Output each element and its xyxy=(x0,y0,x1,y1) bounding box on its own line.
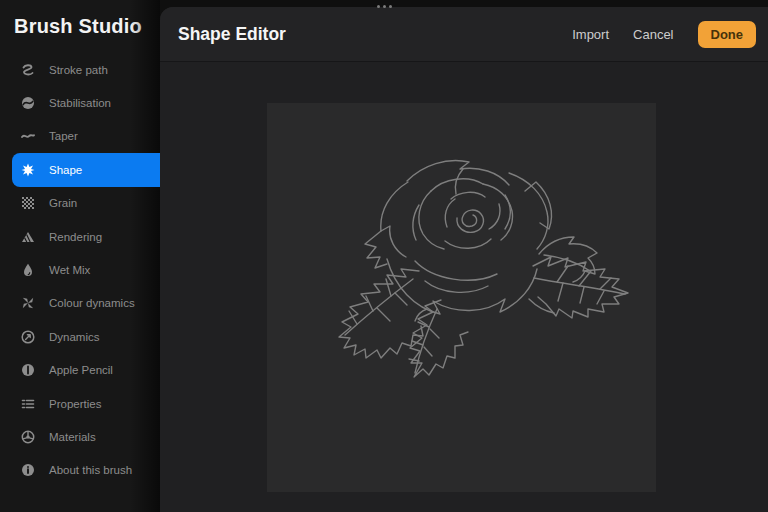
import-button[interactable]: Import xyxy=(572,27,609,42)
sidebar-item-wet-mix[interactable]: Wet Mix xyxy=(12,253,160,286)
sidebar-item-materials[interactable]: Materials xyxy=(12,420,160,453)
sidebar-item-label: Taper xyxy=(49,130,78,142)
cancel-button[interactable]: Cancel xyxy=(633,27,673,42)
brush-studio-sidebar: Brush Studio Stroke path Stabilisation T… xyxy=(0,0,160,512)
sidebar-item-grain[interactable]: Grain xyxy=(12,187,160,220)
sidebar-item-apple-pencil[interactable]: Apple Pencil xyxy=(12,354,160,387)
sidebar-item-label: Rendering xyxy=(49,231,102,243)
shape-icon xyxy=(20,162,36,178)
sidebar-item-label: Colour dynamics xyxy=(49,297,135,309)
sidebar-item-properties[interactable]: Properties xyxy=(12,387,160,420)
sidebar-item-rendering[interactable]: Rendering xyxy=(12,220,160,253)
shape-canvas[interactable] xyxy=(267,103,656,492)
apple-pencil-icon xyxy=(20,362,36,378)
sidebar-item-label: Properties xyxy=(49,398,101,410)
rose-shape-drawing xyxy=(267,103,656,492)
shape-editor-panel: Shape Editor Import Cancel Done xyxy=(160,7,768,512)
sidebar-item-label: Grain xyxy=(49,197,77,209)
shape-editor-content xyxy=(160,62,768,512)
sidebar-item-label: Apple Pencil xyxy=(49,364,113,376)
materials-icon xyxy=(20,429,36,445)
sidebar-item-colour-dynamics[interactable]: Colour dynamics xyxy=(12,287,160,320)
taper-icon xyxy=(20,128,36,144)
sidebar-item-dynamics[interactable]: Dynamics xyxy=(12,320,160,353)
about-icon xyxy=(20,462,36,478)
sidebar-item-label: Materials xyxy=(49,431,96,443)
properties-icon xyxy=(20,396,36,412)
stroke-path-icon xyxy=(20,62,36,78)
sidebar-item-stroke-path[interactable]: Stroke path xyxy=(12,53,160,86)
wet-mix-icon xyxy=(20,262,36,278)
sidebar-item-label: Stabilisation xyxy=(49,97,111,109)
sidebar-item-label: Wet Mix xyxy=(49,264,90,276)
sidebar-item-taper[interactable]: Taper xyxy=(12,120,160,153)
sidebar-item-stabilisation[interactable]: Stabilisation xyxy=(12,86,160,119)
sidebar-item-shape[interactable]: Shape xyxy=(12,153,160,186)
header-actions: Import Cancel Done xyxy=(572,21,756,48)
sidebar-item-label: Shape xyxy=(49,164,82,176)
brush-settings-menu: Stroke path Stabilisation Taper Shape xyxy=(0,53,160,487)
colour-dynamics-icon xyxy=(20,295,36,311)
page-title: Shape Editor xyxy=(178,24,286,45)
rendering-icon xyxy=(20,229,36,245)
done-button[interactable]: Done xyxy=(698,21,757,48)
sidebar-item-about-this-brush[interactable]: About this brush xyxy=(12,454,160,487)
sidebar-item-label: Dynamics xyxy=(49,331,99,343)
window-drag-handle-icon[interactable] xyxy=(0,5,768,8)
sidebar-item-label: About this brush xyxy=(49,464,132,476)
grain-icon xyxy=(20,195,36,211)
sidebar-item-label: Stroke path xyxy=(49,64,108,76)
stabilisation-icon xyxy=(20,95,36,111)
dynamics-icon xyxy=(20,329,36,345)
shape-editor-header: Shape Editor Import Cancel Done xyxy=(160,7,768,62)
